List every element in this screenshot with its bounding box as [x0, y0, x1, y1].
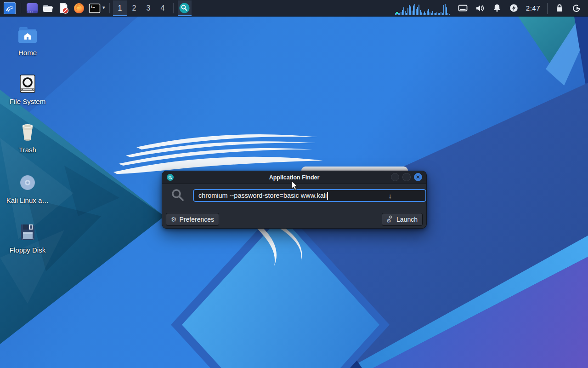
history-dropdown-icon[interactable]: ↓: [389, 192, 392, 200]
panel-separator: [109, 3, 110, 13]
desktop-screen: Home File System Trash Kali Linux a…: [0, 0, 588, 368]
launcher-firefox[interactable]: [72, 0, 86, 16]
file-manager-icon: [42, 2, 54, 14]
preferences-button[interactable]: ⚙ Preferences: [166, 213, 219, 226]
volume-icon[interactable]: [475, 0, 485, 16]
taskbar-app-finder-button[interactable]: [178, 0, 192, 16]
desktop-icon-file-system[interactable]: File System: [6, 73, 50, 105]
purple-window-icon: [26, 2, 38, 14]
cd-disc-icon: [17, 172, 39, 194]
desktop-icon-trash[interactable]: Trash: [6, 121, 50, 154]
minimize-button[interactable]: [391, 173, 399, 181]
chevron-down-icon[interactable]: ▾: [102, 5, 105, 11]
terminal-icon: $: [89, 2, 101, 14]
close-button[interactable]: ✕: [414, 173, 422, 181]
launcher-file-manager[interactable]: [41, 0, 55, 16]
file-system-drive-icon: [17, 73, 39, 95]
application-finder-window: Application Finder ✕ chromium --password…: [162, 171, 427, 229]
firefox-icon: [73, 2, 85, 14]
launcher-terminal[interactable]: $: [88, 0, 102, 16]
search-icon: [171, 188, 185, 202]
home-folder-icon: [17, 24, 39, 46]
panel-separator: [173, 3, 174, 13]
launcher-text-editor[interactable]: [57, 0, 70, 16]
launcher-kali-menu[interactable]: [3, 0, 17, 16]
panel-separator: [21, 3, 21, 13]
trash-icon: [17, 121, 39, 143]
power-manager-icon[interactable]: [509, 0, 519, 16]
desktop-icon-home[interactable]: Home: [6, 24, 50, 57]
launch-button[interactable]: ⚙⚙ Launch: [382, 213, 423, 226]
gear-icon: ⚙: [171, 216, 177, 223]
session-logout-icon[interactable]: [571, 0, 582, 16]
clock[interactable]: 2:47: [526, 4, 540, 12]
search-input-value: chromium --password-store=basic www.kali: [198, 192, 327, 199]
desktop-icon-label: File System: [6, 98, 50, 105]
notifications-bell-icon[interactable]: [492, 0, 502, 16]
desktop-icon-label: Kali Linux a…: [6, 196, 50, 204]
workspace-button-4[interactable]: 4: [156, 0, 170, 16]
text-caret: [327, 192, 328, 200]
desktop-icon-floppy[interactable]: Floppy Disk: [6, 221, 50, 254]
lock-icon[interactable]: [554, 0, 565, 16]
svg-text:$: $: [91, 5, 93, 8]
launcher-window[interactable]: [25, 0, 39, 16]
desktop-icon-label: Floppy Disk: [6, 246, 50, 254]
window-title: Application Finder: [162, 174, 426, 181]
cpu-graph[interactable]: [395, 3, 451, 15]
launch-gears-icon: ⚙⚙: [387, 216, 394, 223]
cpu-graph-indicator: [396, 12, 398, 14]
display-icon[interactable]: [458, 0, 468, 16]
desktop-icon-label: Home: [6, 49, 50, 57]
kali-menu-icon: [4, 2, 16, 14]
workspace-button-2[interactable]: 2: [127, 0, 141, 16]
app-finder-icon: [179, 3, 190, 13]
maximize-button[interactable]: [402, 173, 411, 181]
top-panel: $ ▾ 1 2 3 4: [0, 0, 588, 17]
panel-separator: [547, 3, 548, 14]
mouse-cursor: [291, 181, 300, 191]
workspace-button-3[interactable]: 3: [141, 0, 156, 16]
desktop-icon-kali-cd[interactable]: Kali Linux a…: [6, 172, 50, 204]
workspace-button-1[interactable]: 1: [113, 0, 127, 16]
floppy-disk-icon: [17, 221, 39, 243]
desktop-icon-label: Trash: [6, 146, 50, 154]
text-editor-icon: [57, 2, 69, 14]
